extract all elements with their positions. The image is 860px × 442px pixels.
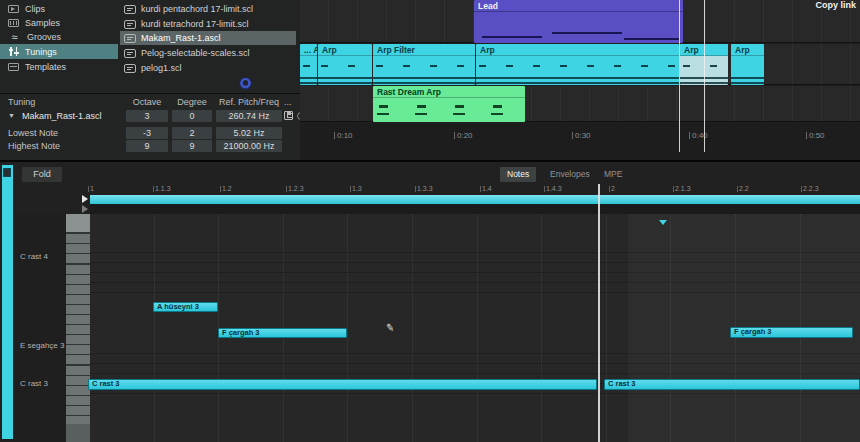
clip-lead[interactable]: Lead <box>474 0 683 43</box>
sidebar-item-label: Tunings <box>25 47 57 57</box>
scale-file-icon <box>124 5 136 14</box>
highest-octave-value[interactable]: 9 <box>126 140 168 152</box>
copy-link-button[interactable]: Copy link <box>815 0 856 10</box>
fold-button[interactable]: Fold <box>22 167 62 182</box>
lowest-degree-value[interactable]: 2 <box>172 127 212 139</box>
clip-midi-preview <box>731 56 764 85</box>
column-header-ref-pitch: Ref. Pitch/Freq <box>216 97 282 109</box>
browser-sidebar: Clips Samples ≈ Grooves Tunings Template… <box>0 0 118 93</box>
file-row-selected[interactable]: Makam_Rast-1.ascl <box>120 31 296 45</box>
tuning-panel-title: Tuning <box>8 97 35 109</box>
clip-midi-preview <box>373 56 475 85</box>
sidebar-item-grooves[interactable]: ≈ Grooves <box>0 30 118 44</box>
clip-title: Lead <box>474 0 683 12</box>
disclosure-triangle-icon[interactable]: ▼ <box>8 112 15 119</box>
loop-bar[interactable] <box>90 195 860 204</box>
tab-notes[interactable]: Notes <box>500 167 536 182</box>
midi-note[interactable]: C rast 3 <box>604 379 860 390</box>
pitch-row-label: E segahçe 3 <box>20 341 64 350</box>
highest-freq-value[interactable]: 21000.00 Hz <box>216 140 282 152</box>
scale-file-icon <box>124 64 136 73</box>
pitch-label-gutter: C rast 4 E segahçe 3 C rast 3 <box>13 214 66 442</box>
insert-marker-line[interactable] <box>679 0 680 152</box>
midi-note[interactable]: A hüseyni 3 <box>153 302 218 312</box>
file-row[interactable]: pelog1.scl <box>120 61 296 75</box>
scrub-area[interactable] <box>90 204 860 214</box>
pencil-cursor: ✎ <box>385 321 395 333</box>
time-label: 0:30 <box>575 131 591 140</box>
sidebar-item-label: Samples <box>25 18 60 28</box>
lowest-octave-value[interactable]: -3 <box>126 127 168 139</box>
file-row[interactable]: Pelog-selectable-scales.scl <box>120 46 296 60</box>
clip-title: Arp Filter <box>373 44 475 56</box>
tab-mpe[interactable]: MPE <box>597 167 629 182</box>
pitch-row-label: C rast 3 <box>20 379 48 388</box>
more-options-button[interactable]: ... <box>284 97 292 109</box>
save-icon[interactable] <box>284 111 293 120</box>
clip-chooser-icon[interactable] <box>3 168 11 177</box>
file-label: Pelog-selectable-scales.scl <box>141 48 250 58</box>
clip-midi-preview <box>474 12 683 43</box>
clip-title: Rast Dream Arp <box>373 86 525 98</box>
lowest-note-label: Lowest Note <box>8 128 58 138</box>
clip-title: Arp <box>731 44 764 56</box>
beat-label: 1.3 <box>352 185 362 192</box>
file-row[interactable]: kurdi tetrachord 17-limit.scl <box>120 17 296 31</box>
clip-title: Arp <box>318 44 372 56</box>
app-window: Clips Samples ≈ Grooves Tunings Template… <box>0 0 860 442</box>
beat-label: 2.2 <box>739 185 749 192</box>
sidebar-item-templates[interactable]: Templates <box>0 60 118 74</box>
file-label: pelog1.scl <box>141 63 182 73</box>
scale-file-icon <box>124 34 136 43</box>
ref-pitch-value[interactable]: 260.74 Hz <box>216 110 282 122</box>
samples-icon <box>8 19 19 27</box>
time-label: 0:40 <box>692 131 708 140</box>
clip-arp-4[interactable]: Arp <box>731 44 764 85</box>
clip-rast-dream-arp[interactable]: Rast Dream Arp <box>373 86 525 122</box>
clip-arp-1[interactable]: Arp <box>318 44 372 85</box>
sidebar-item-samples[interactable]: Samples <box>0 16 118 30</box>
beat-label: 1.2 <box>222 185 232 192</box>
clip-arp-filter[interactable]: Arp Filter <box>373 44 475 85</box>
clip-midi-preview <box>373 98 525 122</box>
arrangement-timeline[interactable]: 0:10 0:20 0:30 0:40 0:50 <box>300 123 860 160</box>
piano-key-column[interactable] <box>66 214 90 442</box>
sidebar-item-clips[interactable]: Clips <box>0 2 118 16</box>
clip-arp-truncated[interactable]: ... A <box>300 44 317 85</box>
midi-note[interactable]: F çargah 3 <box>730 327 853 338</box>
beat-ruler[interactable]: 1 1.1.3 1.2 1.2.3 1.3 1.3.3 1.4 1.4.3 2 … <box>0 184 860 195</box>
midi-note[interactable]: F çargah 3 <box>218 328 347 338</box>
sync-badge-icon <box>239 77 252 90</box>
sidebar-item-label: Clips <box>25 4 45 14</box>
beat-label: 2 <box>611 185 615 192</box>
highest-degree-value[interactable]: 9 <box>172 140 212 152</box>
file-label: kurdi tetrachord 17-limit.scl <box>141 19 249 29</box>
tab-envelopes[interactable]: Envelopes <box>543 167 597 182</box>
arrangement-view: Lead ... A Arp Arp Filter Arp Arp Arp <box>300 0 860 160</box>
clip-color-strip[interactable] <box>2 165 13 439</box>
midi-note[interactable]: C rast 3 <box>88 379 597 390</box>
templates-icon <box>8 63 19 71</box>
lowest-freq-value[interactable]: 5.02 Hz <box>216 127 282 139</box>
beat-label: 1.4 <box>482 185 492 192</box>
time-label: 0:50 <box>809 131 825 140</box>
loop-start-marker[interactable] <box>82 195 88 203</box>
sidebar-item-label: Grooves <box>27 32 61 42</box>
file-row[interactable]: kurdi pentachord 17-limit.scl <box>120 2 296 16</box>
beat-label: 2.1.3 <box>675 185 691 192</box>
playhead-line[interactable] <box>704 0 705 152</box>
editor-playhead-line <box>598 184 600 442</box>
tuning-file-list: kurdi pentachord 17-limit.scl kurdi tetr… <box>118 0 300 93</box>
file-label: Makam_Rast-1.ascl <box>141 33 221 43</box>
octave-value[interactable]: 3 <box>126 110 168 122</box>
marker-triangle-icon <box>659 220 667 225</box>
column-header-degree: Degree <box>172 97 212 109</box>
clip-midi-preview <box>318 56 372 85</box>
highest-note-label: Highest Note <box>8 141 60 151</box>
time-label: 0:20 <box>457 131 473 140</box>
midi-clip-editor: Fold Notes Envelopes MPE 1 1.1.3 1.2 1.2… <box>0 160 860 442</box>
clip-title: Arp <box>476 44 679 56</box>
clip-arp-2[interactable]: Arp <box>476 44 679 85</box>
degree-value[interactable]: 0 <box>172 110 212 122</box>
sidebar-item-tunings[interactable]: Tunings <box>0 44 118 59</box>
